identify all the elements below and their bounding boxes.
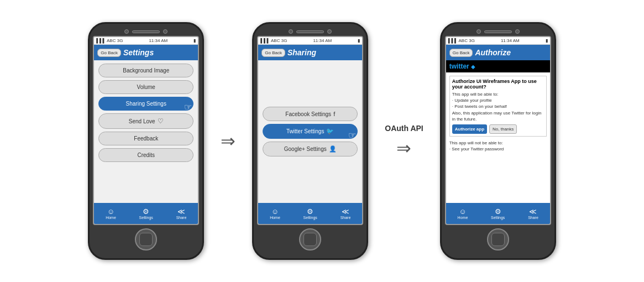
cursor-hand-2: ☞ xyxy=(348,130,356,140)
home-button-inner-3 xyxy=(491,233,505,246)
auth-not-able-title: This app will not be able to: xyxy=(449,140,503,145)
twitter-text: twitter xyxy=(449,62,469,70)
tab-share-1[interactable]: ≪ Share xyxy=(176,208,187,220)
camera-2 xyxy=(163,29,167,34)
share-icon-1: ≪ xyxy=(177,208,185,215)
header-title-3: Authorize xyxy=(475,48,511,57)
oauth-section: OAuth API ⇒ xyxy=(385,123,423,159)
tab-settings-label-2: Settings xyxy=(303,216,317,220)
back-button-1[interactable]: Go Back xyxy=(97,49,121,57)
auth-able-item-3: Also, this application may use Twitter f… xyxy=(452,111,542,122)
tab-home-label-2: Home xyxy=(270,216,280,220)
camera-5 xyxy=(477,29,481,34)
heart-icon: ♡ xyxy=(158,117,164,125)
speaker-1 xyxy=(132,30,160,33)
menu-send-love[interactable]: Send Love ♡ xyxy=(98,113,193,129)
camera-3 xyxy=(289,29,293,34)
auth-content: Authorize UI Wireframes App to use your … xyxy=(446,72,550,203)
auth-able-title: This app will be able to: xyxy=(452,92,499,97)
tab-bar-2: ☺ Home ⚙ Settings ≪ Share xyxy=(258,203,362,224)
tab-home-2[interactable]: ☺ Home xyxy=(270,208,280,220)
status-time-1: 11:34 AM xyxy=(149,38,167,43)
back-button-3[interactable]: Go Back xyxy=(449,49,473,57)
home-button-inner-2 xyxy=(303,233,317,246)
twitter-diamond-icon: ◆ xyxy=(471,64,475,70)
speaker-2 xyxy=(296,30,324,33)
menu-facebook[interactable]: Facebook Settings f xyxy=(263,107,358,121)
camera-4 xyxy=(327,29,332,34)
settings-icon-3: ⚙ xyxy=(495,208,501,215)
home-button-2[interactable] xyxy=(299,228,321,250)
auth-not-able-item-1: · See your Twitter password xyxy=(449,147,504,152)
auth-able: This app will be able to: · Update your … xyxy=(452,91,544,122)
menu-twitter[interactable]: Twitter Settings 🐦 ☞ xyxy=(263,124,358,139)
screen-1: ▌▌▌ ABC 3G 11:34 AM ▮ Go Back Settings B… xyxy=(93,36,199,225)
tab-bar-1: ☺ Home ⚙ Settings ≪ Share xyxy=(94,203,198,224)
status-time-2: 11:34 AM xyxy=(313,38,332,43)
sharing-content: Facebook Settings f Twitter Settings 🐦 ☞… xyxy=(258,60,362,203)
auth-able-item-1: · Update your profile xyxy=(452,98,492,103)
auth-not-able: This app will not be able to: · See your… xyxy=(449,140,547,152)
status-bar-2: ▌▌▌ ABC 3G 11:34 AM ▮ xyxy=(258,37,362,45)
home-icon-1: ☺ xyxy=(107,208,114,215)
menu-credits[interactable]: Credits xyxy=(98,148,193,162)
no-thanks-button[interactable]: No, thanks xyxy=(489,124,517,134)
arrow-1: ⇒ xyxy=(221,130,235,152)
authorize-app-button[interactable]: Authorize app xyxy=(452,124,487,134)
phone-top-2 xyxy=(258,29,362,34)
tab-home-3[interactable]: ☺ Home xyxy=(458,208,468,220)
screen-3: ▌▌▌ ABC 3G 11:34 AM ▮ Go Back Authorize … xyxy=(445,36,551,225)
cursor-hand-1: ☞ xyxy=(184,102,192,112)
screen-2: ▌▌▌ ABC 3G 11:34 AM ▮ Go Back Sharing Fa… xyxy=(257,36,363,225)
status-signal-2: ▌▌▌ ABC 3G xyxy=(260,38,287,43)
header-title-2: Sharing xyxy=(287,48,316,57)
auth-buttons: Authorize app No, thanks xyxy=(452,124,544,134)
tab-settings-label-1: Settings xyxy=(139,216,153,220)
menu-sharing-settings[interactable]: Sharing Settings ☞ xyxy=(98,97,193,111)
back-button-2[interactable]: Go Back xyxy=(261,49,285,57)
twitter-bar: twitter ◆ xyxy=(446,60,550,72)
home-icon-3: ☺ xyxy=(459,208,466,215)
home-button-1[interactable] xyxy=(135,228,157,250)
settings-icon-1: ⚙ xyxy=(143,208,149,215)
speaker-3 xyxy=(484,30,512,33)
tab-bar-3: ☺ Home ⚙ Settings ≪ Share xyxy=(446,203,550,224)
status-signal-1: ▌▌▌ ABC 3G xyxy=(96,38,123,43)
home-button-3[interactable] xyxy=(487,228,509,250)
tab-settings-1[interactable]: ⚙ Settings xyxy=(139,208,153,220)
oauth-label: OAuth API xyxy=(385,123,423,133)
status-battery-2: ▮ xyxy=(358,38,360,43)
menu-feedback[interactable]: Feedback xyxy=(98,132,193,145)
twitter-icon: 🐦 xyxy=(326,128,334,135)
tab-share-3[interactable]: ≪ Share xyxy=(528,208,538,220)
tab-home-1[interactable]: ☺ Home xyxy=(106,208,116,220)
tab-home-label-1: Home xyxy=(106,216,116,220)
header-1: Go Back Settings xyxy=(94,45,198,60)
share-icon-2: ≪ xyxy=(342,208,349,215)
header-title-1: Settings xyxy=(123,48,154,57)
menu-googleplus[interactable]: Google+ Settings 👤 xyxy=(263,142,358,156)
camera-1 xyxy=(124,29,129,34)
phone-1: ▌▌▌ ABC 3G 11:34 AM ▮ Go Back Settings B… xyxy=(88,22,204,260)
facebook-icon: f xyxy=(333,111,335,117)
status-bar-1: ▌▌▌ ABC 3G 11:34 AM ▮ xyxy=(94,37,198,45)
phone-top-3 xyxy=(446,29,550,34)
phone-top-1 xyxy=(94,29,198,34)
tab-share-label-3: Share xyxy=(528,216,538,220)
share-icon-3: ≪ xyxy=(529,208,537,215)
auth-question: Authorize UI Wireframes App to use your … xyxy=(452,79,544,90)
header-2: Go Back Sharing xyxy=(258,45,362,60)
tab-share-label-2: Share xyxy=(341,216,351,220)
tab-home-label-3: Home xyxy=(458,216,468,220)
settings-content: Background Image Volume Sharing Settings… xyxy=(94,60,198,203)
camera-6 xyxy=(515,29,520,34)
tab-settings-3[interactable]: ⚙ Settings xyxy=(491,208,505,220)
status-battery-1: ▮ xyxy=(193,38,196,43)
status-battery-3: ▮ xyxy=(546,38,548,43)
tab-share-2[interactable]: ≪ Share xyxy=(341,208,351,220)
menu-background-image[interactable]: Background Image xyxy=(98,64,193,77)
settings-icon-2: ⚙ xyxy=(307,208,313,215)
status-bar-3: ▌▌▌ ABC 3G 11:34 AM ▮ xyxy=(446,37,550,45)
menu-volume[interactable]: Volume xyxy=(98,80,193,94)
tab-settings-2[interactable]: ⚙ Settings xyxy=(303,208,317,220)
